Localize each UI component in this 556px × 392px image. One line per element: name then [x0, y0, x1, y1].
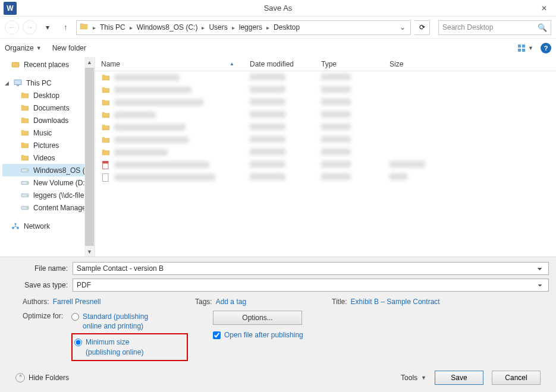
breadcrumb-seg[interactable]: leggers [238, 23, 263, 31]
nav-up-button[interactable]: ↑ [59, 21, 71, 33]
refresh-button[interactable]: ⟳ [414, 20, 430, 35]
file-name-redacted [114, 149, 168, 156]
organize-menu[interactable]: Organize ▼ [5, 44, 42, 52]
cell-redacted [250, 74, 285, 80]
sidebar-item[interactable]: Pictures [2, 139, 95, 151]
radio-input[interactable] [74, 339, 82, 346]
breadcrumb-seg[interactable]: Desktop [272, 23, 301, 31]
list-item[interactable] [95, 171, 556, 184]
list-item[interactable] [95, 109, 556, 121]
sidebar-network[interactable]: Network [2, 220, 95, 232]
sidebar-item[interactable]: Documents [2, 102, 95, 114]
new-folder-button[interactable]: New folder [52, 44, 86, 52]
tags-value[interactable]: Add a tag [216, 298, 246, 306]
chevron-up-icon: ˄ [15, 373, 25, 382]
sidebar-item[interactable]: Content Manage [2, 201, 95, 214]
hide-folders-button[interactable]: ˄ Hide Folders [15, 373, 69, 382]
file-name-input[interactable]: Sample Contact - version B [73, 262, 549, 275]
search-input[interactable] [442, 23, 538, 31]
save-form: File name: Sample Contact - version B Sa… [0, 257, 556, 392]
sidebar-item[interactable]: New Volume (D:) [2, 176, 95, 189]
scroll-up-icon[interactable]: ▲ [84, 57, 95, 67]
authors-label: Authors: [23, 298, 49, 306]
checkbox-input[interactable] [213, 331, 221, 339]
col-date[interactable]: Date modified [244, 60, 315, 68]
list-item[interactable] [95, 71, 556, 84]
cell-redacted [250, 173, 285, 180]
radio-input[interactable] [71, 313, 79, 321]
chevron-right-icon: ▸ [201, 24, 205, 31]
chevron-right-icon: ▸ [92, 24, 96, 31]
breadcrumb[interactable]: ▸ This PC ▸ Windows8_OS (C:) ▸ Users ▸ l… [76, 20, 411, 35]
help-icon[interactable]: ? [541, 43, 551, 53]
sidebar-item[interactable]: leggers (\\dc-file [2, 189, 95, 201]
cell-redacted [321, 161, 351, 167]
sidebar: Recent places ◢ This PC DesktopDocuments… [0, 57, 95, 257]
breadcrumb-seg[interactable]: Users [208, 23, 228, 31]
folder-icon [101, 73, 111, 83]
list-item[interactable] [95, 96, 556, 109]
sidebar-item-label: Pictures [33, 141, 59, 150]
file-name-redacted [114, 87, 191, 93]
nav-dropdown-icon[interactable]: ▾ [42, 21, 54, 33]
sidebar-item[interactable]: Videos [2, 151, 95, 164]
document-icon [101, 173, 111, 182]
close-button[interactable]: ✕ [532, 0, 556, 17]
list-item[interactable] [95, 84, 556, 96]
title-label: Title: [332, 298, 347, 306]
file-name-redacted [114, 137, 189, 143]
svg-point-8 [27, 170, 28, 171]
save-button[interactable]: Save [435, 371, 483, 385]
sidebar-scrollbar[interactable]: ▲ ▼ [84, 57, 95, 257]
save-as-type-select[interactable]: PDF [73, 279, 549, 292]
svg-point-10 [27, 182, 28, 184]
scroll-down-icon[interactable]: ▼ [84, 246, 95, 257]
svg-point-14 [27, 207, 28, 208]
pdf-icon [101, 160, 111, 170]
optimize-minimum-radio[interactable]: Minimum size (publishing online) [74, 336, 163, 358]
chevron-down-icon: ▼ [36, 45, 42, 51]
save-as-type-label: Save as type: [7, 281, 73, 289]
col-name[interactable]: Name▲ [95, 60, 244, 68]
list-item[interactable] [95, 146, 556, 159]
list-item[interactable] [95, 134, 556, 146]
sidebar-item[interactable]: Desktop [2, 89, 95, 102]
col-size[interactable]: Size [384, 60, 431, 68]
search-box[interactable]: 🔍 [438, 20, 551, 35]
file-list[interactable]: Name▲ Date modified Type Size [95, 57, 556, 257]
scroll-thumb[interactable] [85, 68, 94, 246]
tools-menu[interactable]: Tools ▼ [401, 374, 426, 382]
window-title: Save As [0, 4, 556, 12]
file-name-redacted [114, 174, 215, 181]
sidebar-item-label: leggers (\\dc-file [33, 191, 84, 200]
sidebar-item[interactable]: Music [2, 127, 95, 139]
sidebar-item-label: Videos [33, 154, 55, 162]
breadcrumb-seg[interactable]: Windows8_OS (C:) [136, 23, 199, 31]
file-name-redacted [114, 162, 209, 168]
authors-value[interactable]: Farrell Presnell [53, 298, 101, 306]
cell-redacted [250, 136, 285, 143]
breadcrumb-seg[interactable]: This PC [99, 23, 127, 31]
sidebar-recent-places[interactable]: Recent places [2, 58, 95, 71]
list-item[interactable] [95, 121, 556, 134]
sidebar-this-pc[interactable]: ◢ This PC [2, 77, 95, 89]
sidebar-item[interactable]: Downloads [2, 114, 95, 127]
col-type[interactable]: Type [315, 60, 384, 68]
nav-forward-button[interactable]: → [23, 20, 37, 34]
view-mode-button[interactable]: ▼ [517, 44, 533, 52]
svg-point-12 [27, 195, 28, 196]
svg-rect-19 [103, 161, 108, 163]
sidebar-item[interactable]: Windows8_OS (C:) [2, 164, 95, 176]
open-after-publish-checkbox[interactable]: Open file after publishing [213, 331, 344, 339]
expand-icon[interactable]: ◢ [4, 80, 10, 86]
list-item[interactable] [95, 159, 556, 171]
svg-rect-2 [518, 49, 521, 52]
breadcrumb-dropdown-icon[interactable]: ⌄ [397, 23, 408, 31]
svg-rect-1 [522, 45, 525, 48]
nav-back-button[interactable]: ← [5, 20, 19, 34]
optimize-standard-radio[interactable]: Standard (publishing online and printing… [71, 311, 188, 332]
options-button[interactable]: Options... [213, 311, 302, 325]
cancel-button[interactable]: Cancel [492, 371, 541, 385]
title-value[interactable]: Exhibit B – Sample Contract [351, 298, 440, 306]
chevron-down-icon: ▼ [528, 45, 533, 51]
